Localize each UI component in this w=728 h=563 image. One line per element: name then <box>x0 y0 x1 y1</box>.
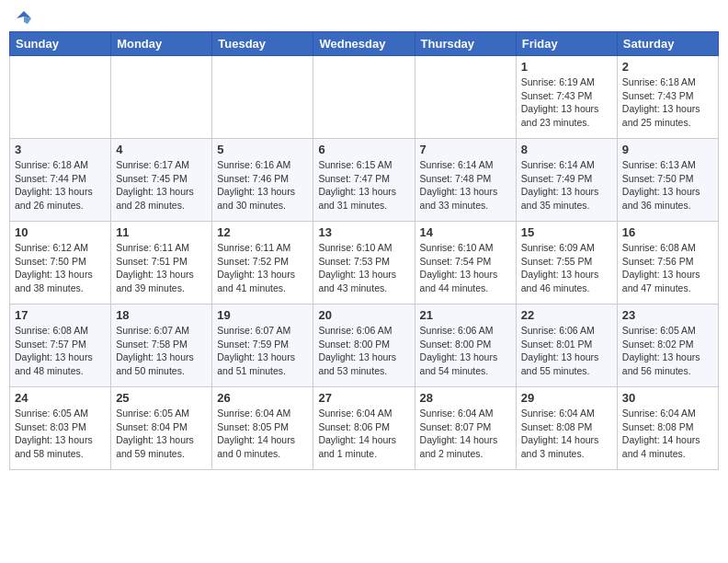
calendar-header-row: SundayMondayTuesdayWednesdayThursdayFrid… <box>10 32 719 56</box>
calendar-cell: 6Sunrise: 6:15 AM Sunset: 7:47 PM Daylig… <box>313 139 415 222</box>
calendar-cell: 18Sunrise: 6:07 AM Sunset: 7:58 PM Dayli… <box>111 304 212 387</box>
calendar-cell: 11Sunrise: 6:11 AM Sunset: 7:51 PM Dayli… <box>111 222 212 304</box>
day-info: Sunrise: 6:05 AM Sunset: 8:03 PM Dayligh… <box>15 407 106 461</box>
day-info: Sunrise: 6:08 AM Sunset: 7:56 PM Dayligh… <box>622 241 713 295</box>
day-info: Sunrise: 6:05 AM Sunset: 8:04 PM Dayligh… <box>116 407 207 461</box>
calendar-cell: 4Sunrise: 6:17 AM Sunset: 7:45 PM Daylig… <box>111 139 212 222</box>
day-number: 12 <box>217 225 308 239</box>
day-number: 16 <box>622 225 713 239</box>
calendar-cell <box>415 56 516 139</box>
day-info: Sunrise: 6:19 AM Sunset: 7:43 PM Dayligh… <box>521 75 612 130</box>
calendar-week-3: 10Sunrise: 6:12 AM Sunset: 7:50 PM Dayli… <box>10 222 719 304</box>
day-number: 13 <box>318 225 409 239</box>
day-info: Sunrise: 6:16 AM Sunset: 7:46 PM Dayligh… <box>217 158 308 213</box>
weekday-header-wednesday: Wednesday <box>313 32 415 56</box>
day-number: 11 <box>116 225 207 239</box>
calendar-cell: 1Sunrise: 6:19 AM Sunset: 7:43 PM Daylig… <box>516 56 617 139</box>
day-info: Sunrise: 6:06 AM Sunset: 8:00 PM Dayligh… <box>420 324 511 378</box>
day-info: Sunrise: 6:17 AM Sunset: 7:45 PM Dayligh… <box>116 158 207 213</box>
calendar-cell <box>111 56 212 139</box>
day-number: 21 <box>420 308 511 322</box>
calendar-cell: 14Sunrise: 6:10 AM Sunset: 7:54 PM Dayli… <box>415 222 516 304</box>
day-info: Sunrise: 6:12 AM Sunset: 7:50 PM Dayligh… <box>15 241 106 295</box>
calendar-cell: 8Sunrise: 6:14 AM Sunset: 7:49 PM Daylig… <box>516 139 617 222</box>
day-number: 8 <box>521 143 612 156</box>
day-number: 18 <box>116 308 207 322</box>
calendar-cell: 25Sunrise: 6:05 AM Sunset: 8:04 PM Dayli… <box>111 387 212 470</box>
day-number: 1 <box>521 60 612 74</box>
day-info: Sunrise: 6:10 AM Sunset: 7:53 PM Dayligh… <box>318 241 409 295</box>
day-info: Sunrise: 6:14 AM Sunset: 7:49 PM Dayligh… <box>521 158 612 213</box>
day-number: 4 <box>116 143 207 156</box>
page-header <box>9 9 719 26</box>
calendar-cell: 22Sunrise: 6:06 AM Sunset: 8:01 PM Dayli… <box>516 304 617 387</box>
day-number: 5 <box>217 143 308 156</box>
weekday-header-sunday: Sunday <box>10 32 111 56</box>
calendar-cell: 2Sunrise: 6:18 AM Sunset: 7:43 PM Daylig… <box>617 56 718 139</box>
day-number: 26 <box>217 391 308 405</box>
day-number: 2 <box>622 60 713 74</box>
day-info: Sunrise: 6:05 AM Sunset: 8:02 PM Dayligh… <box>622 324 713 378</box>
calendar-cell <box>10 56 111 139</box>
day-number: 25 <box>116 391 207 405</box>
day-number: 17 <box>15 308 106 322</box>
day-number: 7 <box>420 143 511 156</box>
weekday-header-saturday: Saturday <box>617 32 718 56</box>
calendar-cell <box>313 56 415 139</box>
calendar-week-1: 1Sunrise: 6:19 AM Sunset: 7:43 PM Daylig… <box>10 56 719 139</box>
calendar-cell: 30Sunrise: 6:04 AM Sunset: 8:08 PM Dayli… <box>617 387 718 470</box>
day-info: Sunrise: 6:15 AM Sunset: 7:47 PM Dayligh… <box>318 158 409 213</box>
day-number: 22 <box>521 308 612 322</box>
day-number: 30 <box>622 391 713 405</box>
calendar-cell: 23Sunrise: 6:05 AM Sunset: 8:02 PM Dayli… <box>617 304 718 387</box>
weekday-header-tuesday: Tuesday <box>212 32 313 56</box>
day-info: Sunrise: 6:07 AM Sunset: 7:59 PM Dayligh… <box>217 324 308 378</box>
day-number: 23 <box>622 308 713 322</box>
day-info: Sunrise: 6:04 AM Sunset: 8:06 PM Dayligh… <box>318 407 409 461</box>
day-number: 14 <box>420 225 511 239</box>
day-number: 28 <box>420 391 511 405</box>
weekday-header-thursday: Thursday <box>415 32 516 56</box>
calendar-cell: 16Sunrise: 6:08 AM Sunset: 7:56 PM Dayli… <box>617 222 718 304</box>
day-info: Sunrise: 6:18 AM Sunset: 7:43 PM Dayligh… <box>622 75 713 130</box>
day-number: 29 <box>521 391 612 405</box>
day-info: Sunrise: 6:14 AM Sunset: 7:48 PM Dayligh… <box>420 158 511 213</box>
day-number: 9 <box>622 143 713 156</box>
day-number: 15 <box>521 225 612 239</box>
calendar-cell: 20Sunrise: 6:06 AM Sunset: 8:00 PM Dayli… <box>313 304 415 387</box>
weekday-header-monday: Monday <box>111 32 212 56</box>
calendar-cell: 27Sunrise: 6:04 AM Sunset: 8:06 PM Dayli… <box>313 387 415 470</box>
calendar-week-4: 17Sunrise: 6:08 AM Sunset: 7:57 PM Dayli… <box>10 304 719 387</box>
calendar-cell: 24Sunrise: 6:05 AM Sunset: 8:03 PM Dayli… <box>10 387 111 470</box>
calendar-cell <box>212 56 313 139</box>
calendar-cell: 12Sunrise: 6:11 AM Sunset: 7:52 PM Dayli… <box>212 222 313 304</box>
day-info: Sunrise: 6:04 AM Sunset: 8:08 PM Dayligh… <box>622 407 713 461</box>
day-number: 20 <box>318 308 409 322</box>
day-number: 10 <box>15 225 106 239</box>
calendar-cell: 19Sunrise: 6:07 AM Sunset: 7:59 PM Dayli… <box>212 304 313 387</box>
day-info: Sunrise: 6:11 AM Sunset: 7:51 PM Dayligh… <box>116 241 207 295</box>
calendar-cell: 15Sunrise: 6:09 AM Sunset: 7:55 PM Dayli… <box>516 222 617 304</box>
day-number: 6 <box>318 143 409 156</box>
day-info: Sunrise: 6:06 AM Sunset: 8:01 PM Dayligh… <box>521 324 612 378</box>
day-number: 24 <box>15 391 106 405</box>
day-number: 19 <box>217 308 308 322</box>
day-info: Sunrise: 6:09 AM Sunset: 7:55 PM Dayligh… <box>521 241 612 295</box>
calendar-cell: 10Sunrise: 6:12 AM Sunset: 7:50 PM Dayli… <box>10 222 111 304</box>
logo <box>13 13 33 26</box>
day-info: Sunrise: 6:04 AM Sunset: 8:07 PM Dayligh… <box>420 407 511 461</box>
day-info: Sunrise: 6:06 AM Sunset: 8:00 PM Dayligh… <box>318 324 409 378</box>
day-info: Sunrise: 6:10 AM Sunset: 7:54 PM Dayligh… <box>420 241 511 295</box>
day-info: Sunrise: 6:07 AM Sunset: 7:58 PM Dayligh… <box>116 324 207 378</box>
calendar-cell: 5Sunrise: 6:16 AM Sunset: 7:46 PM Daylig… <box>212 139 313 222</box>
day-number: 3 <box>15 143 106 156</box>
day-info: Sunrise: 6:13 AM Sunset: 7:50 PM Dayligh… <box>622 158 713 213</box>
calendar-table: SundayMondayTuesdayWednesdayThursdayFrid… <box>9 31 719 470</box>
calendar-cell: 29Sunrise: 6:04 AM Sunset: 8:08 PM Dayli… <box>516 387 617 470</box>
calendar-cell: 9Sunrise: 6:13 AM Sunset: 7:50 PM Daylig… <box>617 139 718 222</box>
calendar-cell: 13Sunrise: 6:10 AM Sunset: 7:53 PM Dayli… <box>313 222 415 304</box>
day-info: Sunrise: 6:11 AM Sunset: 7:52 PM Dayligh… <box>217 241 308 295</box>
calendar-week-2: 3Sunrise: 6:18 AM Sunset: 7:44 PM Daylig… <box>10 139 719 222</box>
calendar-cell: 21Sunrise: 6:06 AM Sunset: 8:00 PM Dayli… <box>415 304 516 387</box>
logo-icon <box>15 9 33 28</box>
